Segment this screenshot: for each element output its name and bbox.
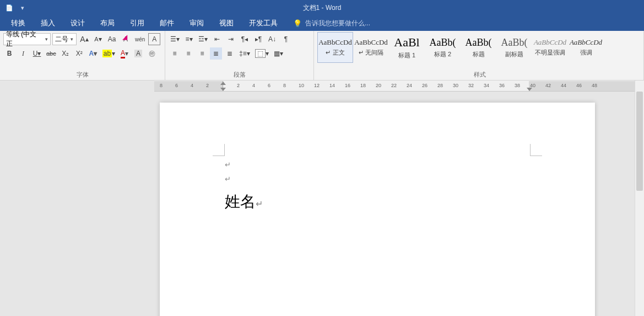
bullets-button[interactable]: ☰ ▾ bbox=[169, 33, 181, 45]
ruler-tick: 8 bbox=[283, 83, 286, 88]
ltr-button[interactable]: ¶◂ bbox=[239, 33, 251, 45]
font-group-label: 字体 bbox=[3, 69, 161, 79]
font-size-combo[interactable]: 二号 bbox=[52, 33, 77, 45]
right-indent-marker[interactable] bbox=[527, 88, 532, 91]
text-effects-button[interactable]: A ▾ bbox=[87, 47, 99, 60]
ruler-tick: 34 bbox=[484, 83, 489, 88]
style-item-6[interactable]: AaBbCcDd不明显强调 bbox=[532, 32, 568, 63]
style-preview: AaBbCcDd bbox=[318, 38, 352, 47]
ruler-tick: 32 bbox=[468, 83, 474, 88]
ruler-tick: 26 bbox=[422, 83, 427, 88]
bold-button[interactable]: B bbox=[3, 47, 15, 60]
shading-button[interactable]: ⬚ ▾ bbox=[253, 47, 270, 60]
paragraph-group-label: 段落 bbox=[169, 69, 310, 79]
ruler-tick: 42 bbox=[545, 83, 551, 88]
ruler-tick: 14 bbox=[329, 83, 335, 88]
style-preview: AaBl bbox=[394, 35, 419, 50]
tab-developer[interactable]: 开发工具 bbox=[241, 15, 285, 31]
highlight-button[interactable]: ab▾ bbox=[101, 47, 117, 60]
tab-layout[interactable]: 布局 bbox=[93, 15, 122, 31]
ruler-tick: 22 bbox=[391, 83, 397, 88]
ruler-tick: 44 bbox=[561, 83, 566, 88]
tab-references[interactable]: 引用 bbox=[122, 15, 152, 31]
font-name-combo[interactable]: 等线 (中文正 bbox=[3, 33, 51, 45]
numbering-button[interactable]: ≡ ▾ bbox=[183, 33, 195, 45]
grow-font-button[interactable]: A▴ bbox=[78, 33, 90, 45]
style-label: 强调 bbox=[580, 49, 592, 57]
horizontal-ruler[interactable]: 8642246810121416182022242628303234363840… bbox=[154, 81, 644, 92]
decrease-indent-button[interactable]: ⇤ bbox=[211, 33, 223, 45]
align-right-button[interactable]: ≡ bbox=[196, 47, 208, 60]
style-label: ↵ 无间隔 bbox=[359, 49, 383, 57]
multilevel-button[interactable]: ☲ ▾ bbox=[197, 33, 209, 45]
char-border-button[interactable]: A bbox=[148, 33, 160, 45]
align-left-button[interactable]: ≡ bbox=[169, 47, 181, 60]
style-item-3[interactable]: AaBb(标题 2 bbox=[425, 32, 461, 63]
superscript-button[interactable]: X² bbox=[73, 47, 85, 60]
style-preview: AaBbCcDd bbox=[354, 38, 388, 47]
style-item-0[interactable]: AaBbCcDd↵ 正文 bbox=[317, 32, 353, 63]
ruler-tick: 6 bbox=[175, 83, 178, 88]
line-spacing-button[interactable]: ‡≡ ▾ bbox=[237, 47, 252, 60]
ruler-tick: 10 bbox=[299, 83, 304, 88]
tab-review[interactable]: 审阅 bbox=[182, 15, 212, 31]
qat-menu-icon[interactable]: ▾ bbox=[17, 2, 29, 14]
ruler-tick: 20 bbox=[376, 83, 381, 88]
sort-button[interactable]: A↓ bbox=[266, 33, 278, 45]
italic-button[interactable]: I bbox=[17, 47, 29, 60]
style-item-1[interactable]: AaBbCcDd↵ 无间隔 bbox=[353, 32, 389, 63]
tab-mailings[interactable]: 邮件 bbox=[152, 15, 182, 31]
tab-convert[interactable]: 转换 bbox=[3, 15, 33, 31]
increase-indent-button[interactable]: ⇥ bbox=[225, 33, 237, 45]
ruler-tick: 8 bbox=[160, 83, 163, 88]
align-center-button[interactable]: ≡ bbox=[182, 47, 194, 60]
document-page[interactable]: ↵ ↵ 姓名↵ bbox=[160, 103, 595, 316]
styles-group: AaBbCcDd↵ 正文AaBbCcDd↵ 无间隔AaBl标题 1AaBb(标题… bbox=[314, 31, 644, 80]
ribbon-tabs: 转换 插入 设计 布局 引用 邮件 审阅 视图 开发工具 💡 告诉我您想要做什么… bbox=[0, 15, 644, 31]
paragraph-mark: ↵ bbox=[225, 160, 231, 169]
ruler-tick: 4 bbox=[252, 83, 255, 88]
phonetic-guide-button[interactable]: wén bbox=[133, 33, 147, 45]
char-shading-button[interactable]: A bbox=[132, 47, 144, 60]
titlebar: 📄 ▾ 文档1 - Word bbox=[0, 0, 644, 15]
strikethrough-button[interactable]: abc bbox=[45, 47, 58, 60]
style-preview: AaBbCcDd bbox=[570, 38, 602, 47]
font-color-button[interactable]: A ▾ bbox=[118, 47, 131, 60]
document-body[interactable]: ↵ ↵ 姓名↵ bbox=[225, 158, 530, 217]
change-case-button[interactable]: Aa bbox=[106, 33, 118, 45]
clear-formatting-button[interactable]: A◢ bbox=[120, 33, 132, 45]
doc-icon[interactable]: 📄 bbox=[3, 2, 15, 14]
style-label: 标题 1 bbox=[398, 51, 415, 60]
hanging-indent-marker[interactable] bbox=[220, 88, 226, 91]
ribbon: 等线 (中文正 二号 A▴ A▾ Aa A◢ wén A B I U ▾ abc… bbox=[0, 31, 644, 81]
ruler-tick: 16 bbox=[345, 83, 350, 88]
style-item-7[interactable]: AaBbCcDd强调 bbox=[568, 32, 604, 63]
style-preview: AaBb( bbox=[501, 37, 528, 49]
vertical-scrollbar[interactable] bbox=[635, 81, 644, 316]
subscript-button[interactable]: X₂ bbox=[59, 47, 72, 60]
tab-design[interactable]: 设计 bbox=[63, 15, 93, 31]
document-text: 姓名 bbox=[225, 193, 256, 210]
show-marks-button[interactable]: ¶ bbox=[280, 33, 292, 45]
distribute-button[interactable]: ≣ bbox=[224, 47, 236, 60]
borders-button[interactable]: ▦ ▾ bbox=[272, 47, 285, 60]
justify-button[interactable]: ≣ bbox=[210, 47, 222, 60]
style-preview: AaBbCcDd bbox=[534, 38, 566, 47]
tab-view[interactable]: 视图 bbox=[212, 15, 241, 31]
style-item-2[interactable]: AaBl标题 1 bbox=[389, 32, 425, 63]
window-title: 文档1 - Word bbox=[303, 3, 342, 13]
tell-me-search[interactable]: 💡 告诉我您想要做什么... bbox=[285, 15, 370, 31]
style-item-4[interactable]: AaBb(标题 bbox=[461, 32, 496, 63]
rtl-button[interactable]: ▸¶ bbox=[252, 33, 264, 45]
ruler-tick: 2 bbox=[206, 83, 209, 88]
ruler-tick: 38 bbox=[515, 83, 520, 88]
scrollbar-thumb[interactable] bbox=[636, 92, 643, 191]
ruler-tick: 28 bbox=[437, 83, 443, 88]
shrink-font-button[interactable]: A▾ bbox=[92, 33, 104, 45]
underline-button[interactable]: U ▾ bbox=[31, 47, 43, 60]
enclose-char-button[interactable]: ㊕ bbox=[146, 47, 158, 60]
first-line-indent-marker[interactable] bbox=[220, 82, 226, 85]
tab-insert[interactable]: 插入 bbox=[33, 15, 63, 31]
paragraph-group: ☰ ▾ ≡ ▾ ☲ ▾ ⇤ ⇥ ¶◂ ▸¶ A↓ ¶ ≡ ≡ ≡ ≣ ≣ ‡≡ … bbox=[165, 31, 314, 80]
style-item-5[interactable]: AaBb(副标题 bbox=[496, 32, 532, 63]
